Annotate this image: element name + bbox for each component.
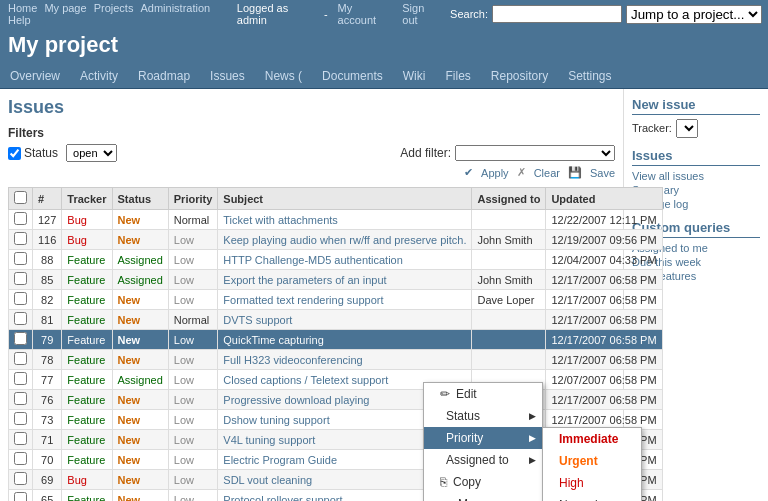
tab-issues[interactable]: Issues xyxy=(200,64,255,88)
nav-mypage[interactable]: My page xyxy=(44,2,86,14)
row-check[interactable] xyxy=(9,290,33,310)
row-check[interactable] xyxy=(9,470,33,490)
row-priority: Low xyxy=(168,430,218,450)
row-check[interactable] xyxy=(9,310,33,330)
tab-documents[interactable]: Documents xyxy=(312,64,393,88)
th-status[interactable]: Status xyxy=(112,188,168,210)
row-id: 116 xyxy=(33,230,62,250)
row-priority: Low xyxy=(168,370,218,390)
row-assigned xyxy=(472,310,546,330)
row-check[interactable] xyxy=(9,350,33,370)
table-row[interactable]: 76 Feature New Low Progressive download … xyxy=(9,390,663,410)
my-account-link[interactable]: My account xyxy=(338,2,391,26)
row-tracker: Feature xyxy=(62,250,112,270)
nav-administration[interactable]: Administration xyxy=(140,2,210,14)
th-assigned[interactable]: Assigned to xyxy=(472,188,546,210)
row-subject[interactable]: Full H323 videoconferencing xyxy=(218,350,472,370)
save-link[interactable]: Save xyxy=(590,167,615,179)
row-subject[interactable]: DVTS support xyxy=(218,310,472,330)
row-id: 85 xyxy=(33,270,62,290)
row-updated: 12/17/2007 06:58 PM xyxy=(546,290,662,310)
row-subject[interactable]: Export the parameters of an input xyxy=(218,270,472,290)
view-all-issues-link[interactable]: View all issues xyxy=(632,170,760,182)
row-id: 81 xyxy=(33,310,62,330)
tab-settings[interactable]: Settings xyxy=(558,64,621,88)
context-move[interactable]: → Move xyxy=(424,493,542,501)
table-row[interactable]: 116 Bug New Low Keep playing audio when … xyxy=(9,230,663,250)
row-updated: 12/22/2007 12:11 PM xyxy=(546,210,662,230)
th-priority[interactable]: Priority xyxy=(168,188,218,210)
row-subject[interactable]: Formatted text rendering support xyxy=(218,290,472,310)
row-subject[interactable]: Ticket with attachments xyxy=(218,210,472,230)
th-id[interactable]: # xyxy=(33,188,62,210)
row-priority: Low xyxy=(168,290,218,310)
select-all-checkbox[interactable] xyxy=(14,191,27,204)
nav-help[interactable]: Help xyxy=(8,14,31,26)
priority-normal[interactable]: Normal xyxy=(543,494,641,501)
row-check[interactable] xyxy=(9,370,33,390)
status-checkbox[interactable] xyxy=(8,147,21,160)
tab-news[interactable]: News ( xyxy=(255,64,312,88)
table-row[interactable]: 82 Feature New Low Formatted text render… xyxy=(9,290,663,310)
sign-out-link[interactable]: Sign out xyxy=(402,2,440,26)
row-status: Assigned xyxy=(112,250,168,270)
row-id: 78 xyxy=(33,350,62,370)
priority-high[interactable]: High xyxy=(543,472,641,494)
row-check[interactable] xyxy=(9,390,33,410)
context-copy[interactable]: ⎘ Copy xyxy=(424,471,542,493)
tab-activity[interactable]: Activity xyxy=(70,64,128,88)
row-check[interactable] xyxy=(9,410,33,430)
row-id: 69 xyxy=(33,470,62,490)
filter-row-status: Status open xyxy=(8,144,117,162)
add-filter-row: Add filter: xyxy=(400,145,615,161)
row-check[interactable] xyxy=(9,210,33,230)
row-check[interactable] xyxy=(9,490,33,502)
table-row[interactable]: 81 Feature New Normal DVTS support 12/17… xyxy=(9,310,663,330)
row-check[interactable] xyxy=(9,330,33,350)
priority-immediate[interactable]: Immediate xyxy=(543,428,641,450)
priority-urgent[interactable]: Urgent xyxy=(543,450,641,472)
row-assigned xyxy=(472,330,546,350)
context-assigned-submenu: Assigned to xyxy=(424,449,542,471)
row-check[interactable] xyxy=(9,230,33,250)
table-row[interactable]: 77 Feature Assigned Low Closed captions … xyxy=(9,370,663,390)
status-select[interactable]: open xyxy=(66,144,117,162)
context-priority[interactable]: Priority xyxy=(424,427,542,449)
tab-overview[interactable]: Overview xyxy=(0,64,70,88)
tab-files[interactable]: Files xyxy=(435,64,480,88)
nav-home[interactable]: Home xyxy=(8,2,37,14)
tab-wiki[interactable]: Wiki xyxy=(393,64,436,88)
row-id: 82 xyxy=(33,290,62,310)
row-subject[interactable]: QuickTime capturing xyxy=(218,330,472,350)
row-check[interactable] xyxy=(9,450,33,470)
row-subject[interactable]: HTTP Challenge-MD5 authentication xyxy=(218,250,472,270)
th-subject[interactable]: Subject xyxy=(218,188,472,210)
table-row[interactable]: 78 Feature New Low Full H323 videoconfer… xyxy=(9,350,663,370)
tab-repository[interactable]: Repository xyxy=(481,64,558,88)
row-priority: Normal xyxy=(168,210,218,230)
row-priority: Low xyxy=(168,350,218,370)
add-filter-select[interactable] xyxy=(455,145,615,161)
row-check[interactable] xyxy=(9,430,33,450)
apply-link[interactable]: Apply xyxy=(481,167,509,179)
context-assigned[interactable]: Assigned to xyxy=(424,449,542,471)
context-status[interactable]: Status xyxy=(424,405,542,427)
table-row[interactable]: 88 Feature Assigned Low HTTP Challenge-M… xyxy=(9,250,663,270)
table-row[interactable]: 127 Bug New Normal Ticket with attachmen… xyxy=(9,210,663,230)
table-row[interactable]: 85 Feature Assigned Low Export the param… xyxy=(9,270,663,290)
context-edit[interactable]: ✏ Edit xyxy=(424,383,542,405)
search-input[interactable] xyxy=(492,5,622,23)
nav-projects[interactable]: Projects xyxy=(94,2,134,14)
row-tracker: Feature xyxy=(62,310,112,330)
th-tracker[interactable]: Tracker xyxy=(62,188,112,210)
row-subject[interactable]: Keep playing audio when rw/ff and preser… xyxy=(218,230,472,250)
tab-roadmap[interactable]: Roadmap xyxy=(128,64,200,88)
tracker-select[interactable] xyxy=(676,119,698,138)
row-check[interactable] xyxy=(9,270,33,290)
table-row[interactable]: 79 Feature New Low QuickTime capturing 1… xyxy=(9,330,663,350)
jump-select[interactable]: Jump to a project... xyxy=(626,5,762,24)
th-updated[interactable]: Updated xyxy=(546,188,662,210)
row-id: 65 xyxy=(33,490,62,502)
row-check[interactable] xyxy=(9,250,33,270)
clear-link[interactable]: Clear xyxy=(534,167,560,179)
